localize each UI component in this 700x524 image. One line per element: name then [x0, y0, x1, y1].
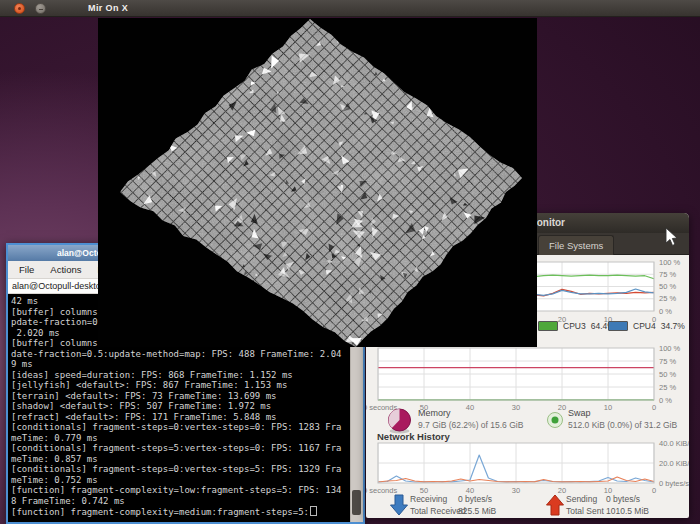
close-button[interactable] — [14, 3, 25, 14]
memory-detail: 9.7 GiB (62.2%) of 15.6 GiB — [418, 420, 523, 430]
sending-value: 0 bytes/s — [606, 494, 640, 504]
network-legend: Receiving 0 bytes/s Total Received 825.5… — [366, 493, 689, 518]
glmark2-mesh-scene — [98, 18, 537, 347]
sending-label: Sending — [566, 494, 597, 504]
receiving-label: Receiving — [410, 494, 447, 504]
svg-text:50 %: 50 % — [659, 282, 676, 291]
memory-swap-history-chart: 100 %75 %50 %25 %0 %60 seconds5040302010… — [366, 343, 689, 415]
svg-text:100 %: 100 % — [659, 258, 681, 267]
svg-text:0 %: 0 % — [659, 307, 672, 316]
network-history-chart: 40.0 KiB/s20.0 KiB/s0 bytes/s60 seconds5… — [366, 441, 689, 499]
svg-text:40.0 KiB/s: 40.0 KiB/s — [659, 441, 689, 448]
terminal-line: [function] fragment-complexity=medium:fr… — [11, 506, 350, 518]
terminal-line: [ideas] speed=duration: FPS: 868 FrameTi… — [11, 370, 350, 381]
terminal-line: meTime: 0.857 ms — [11, 454, 350, 465]
mouse-cursor — [665, 227, 679, 247]
svg-text:50 %: 50 % — [659, 370, 676, 379]
scrollbar-thumb[interactable] — [352, 490, 361, 515]
legend-label: CPU3 — [563, 321, 586, 331]
terminal-line: meTime: 0.779 ms — [11, 433, 350, 444]
cpu-legend-item: CPU434.7% — [608, 321, 685, 331]
legend-label: CPU4 — [633, 321, 656, 331]
total-sent-label: Total Sent — [566, 506, 604, 516]
menu-file[interactable]: File — [11, 262, 42, 277]
receiving-value: 0 bytes/s — [458, 494, 492, 504]
terminal-line: [conditionals] fragment-steps=0:vertex-s… — [11, 464, 350, 475]
terminal-line: [conditionals] fragment-steps=5:vertex-s… — [11, 443, 350, 454]
total-received-value: 825.5 MiB — [458, 506, 496, 516]
swap-pie-icon — [546, 411, 564, 429]
terminal-line: 9 ms — [11, 359, 350, 370]
terminal-line: [conditionals] fragment-steps=0:vertex-s… — [11, 422, 350, 433]
swap-detail: 512.0 KiB (0.0%) of 31.2 GiB — [568, 420, 677, 430]
svg-text:75 %: 75 % — [659, 270, 676, 279]
terminal-line: [refract] <default>: FPS: 171 FrameTime:… — [11, 412, 350, 423]
svg-text:0 bytes/s: 0 bytes/s — [659, 479, 689, 488]
terminal-line: 8 FrameTime: 0.742 ms — [11, 496, 350, 507]
memory-label: Memory — [418, 408, 451, 418]
total-sent-value: 1010.5 MiB — [606, 506, 649, 516]
tab-file-systems[interactable]: File Systems — [538, 235, 614, 255]
swap-label: Swap — [568, 408, 591, 418]
svg-text:25 %: 25 % — [659, 383, 676, 392]
svg-text:75 %: 75 % — [659, 357, 676, 366]
terminal-line: [function] fragment-complexity=low:fragm… — [11, 485, 350, 496]
terminal-line: [terrain] <default>: FPS: 73 FrameTime: … — [11, 391, 350, 402]
terminal-line: [shadow] <default>: FPS: 507 FrameTime: … — [11, 401, 350, 412]
legend-value: 34.7% — [661, 321, 685, 331]
svg-text:20.0 KiB/s: 20.0 KiB/s — [659, 459, 689, 468]
cpu-legend-item: CPU364.4% — [538, 321, 615, 331]
terminal-line: [jellyfish] <default>: FPS: 867 FrameTim… — [11, 380, 350, 391]
sending-arrow-icon — [546, 494, 565, 517]
receiving-arrow-icon — [390, 494, 409, 517]
terminal-line: date-fraction=0.5:update-method=map: FPS… — [11, 349, 350, 360]
minimize-button[interactable] — [35, 3, 46, 14]
mir-window — [98, 18, 537, 347]
svg-text:0 %: 0 % — [659, 396, 672, 405]
legend-swatch — [538, 321, 558, 331]
top-panel: Mir On X — [0, 0, 700, 17]
menu-actions[interactable]: Actions — [42, 262, 89, 277]
window-title: Mir On X — [88, 0, 128, 16]
svg-text:25 %: 25 % — [659, 294, 676, 303]
svg-text:100 %: 100 % — [659, 344, 681, 353]
legend-swatch — [608, 321, 628, 331]
terminal-line: meTime: 0.752 ms — [11, 475, 350, 486]
terminal-cursor — [310, 506, 317, 516]
